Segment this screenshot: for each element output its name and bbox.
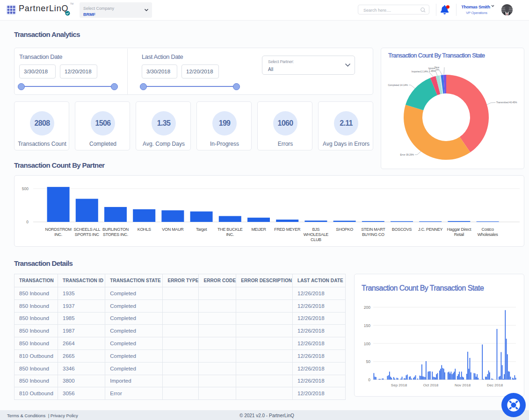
svg-text:Completed 14.14%: Completed 14.14% [388, 84, 408, 86]
svg-text:SPORTS INC: SPORTS INC [75, 232, 100, 237]
svg-text:FRED MEYER: FRED MEYER [274, 227, 301, 232]
svg-text:Costco: Costco [481, 227, 494, 232]
svg-text:BURLINGTON: BURLINGTON [102, 227, 129, 232]
svg-text:Transmitted 40.45%: Transmitted 40.45% [496, 101, 517, 104]
svg-text:BOSCOVS: BOSCOVS [392, 227, 412, 232]
svg-text:J.C. PENNEY: J.C. PENNEY [418, 227, 443, 232]
svg-text:0: 0 [26, 220, 29, 224]
svg-text:150: 150 [364, 323, 370, 328]
svg-text:Sep 2018: Sep 2018 [391, 383, 407, 387]
svg-text:200: 200 [364, 305, 370, 310]
svg-text:Target: Target [196, 227, 207, 232]
svg-text:Oct 2018: Oct 2018 [423, 383, 439, 387]
svg-text:Haggar Direct: Haggar Direct [447, 227, 471, 232]
svg-text:NORDSTROM: NORDSTROM [45, 227, 71, 232]
svg-text:KOHLS: KOHLS [138, 227, 151, 232]
svg-text:CLUB: CLUB [311, 237, 321, 242]
svg-text:1%: 1% [435, 68, 439, 71]
svg-text:SCHEELS ALL: SCHEELS ALL [73, 227, 100, 232]
svg-text:Wholesales: Wholesales [478, 232, 498, 237]
svg-text:Error 39.29%: Error 39.29% [400, 153, 414, 156]
svg-text:MEIJER: MEIJER [251, 227, 266, 232]
svg-text:INC.: INC. [226, 232, 234, 237]
svg-text:0: 0 [368, 377, 370, 382]
svg-text:STEIN MART: STEIN MART [361, 227, 385, 232]
svg-text:Imported 2.14%: Imported 2.14% [412, 70, 428, 73]
svg-text:VON MAUR: VON MAUR [162, 227, 184, 232]
svg-text:WHOLESALE: WHOLESALE [304, 232, 329, 237]
svg-text:SHOPKO: SHOPKO [336, 227, 353, 232]
svg-text:500: 500 [22, 186, 29, 191]
svg-text:BUYING CO: BUYING CO [362, 232, 384, 237]
svg-text:THE BUCKLE: THE BUCKLE [217, 227, 243, 232]
svg-text:Dec 2018: Dec 2018 [487, 383, 503, 387]
svg-text:Retail: Retail [454, 232, 464, 237]
svg-text:INC.: INC. [54, 232, 62, 237]
svg-text:STORES INC.: STORES INC. [103, 232, 128, 237]
svg-text:50: 50 [366, 359, 371, 364]
svg-text:100: 100 [364, 342, 370, 346]
svg-text:Nov 2018: Nov 2018 [455, 383, 471, 387]
svg-text:BJS: BJS [312, 227, 320, 232]
svg-text:1.45%: 1.45% [429, 70, 436, 72]
